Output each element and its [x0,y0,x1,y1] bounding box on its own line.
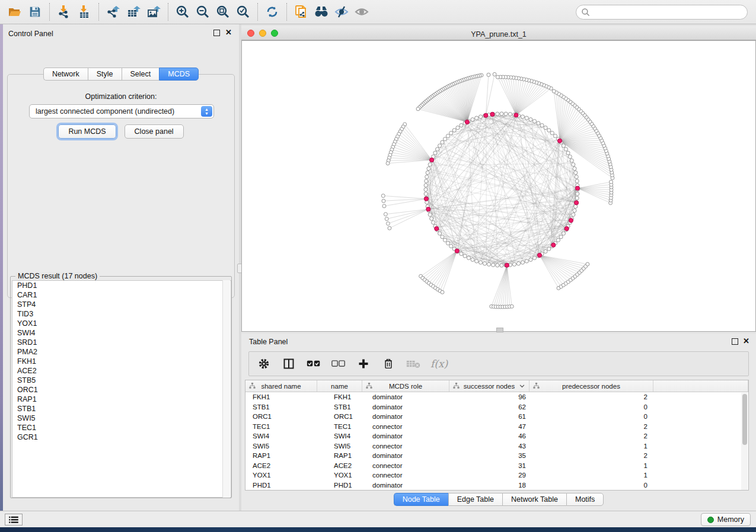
table-row[interactable]: SWI4SWI4dominator462 [245,431,748,441]
mcds-result-item[interactable]: STP4 [12,300,231,309]
cell-shared-name: ACE2 [245,462,317,469]
cell-predecessor-nodes: 0 [529,403,653,411]
mcds-result-item[interactable]: PMA2 [12,347,231,357]
mcds-result-item[interactable]: SWI5 [12,414,231,423]
column-header-name[interactable]: name [317,380,362,392]
cell-mcds-role: connector [362,443,449,450]
open-session-button[interactable] [5,2,25,22]
close-panel-button[interactable]: Close panel [125,124,184,139]
network-search-field[interactable] [576,5,748,20]
table-settings-button[interactable] [256,356,272,371]
cell-successor-nodes: 31 [449,462,529,469]
search-input[interactable] [591,7,747,18]
zoom-fit-button[interactable] [213,2,233,22]
column-header-successor-nodes[interactable]: successor nodes [449,380,529,392]
cell-name: ACE2 [317,462,362,469]
cell-name: PHD1 [317,482,362,489]
float-table-panel-icon[interactable] [732,338,738,345]
memory-button[interactable]: Memory [701,513,751,526]
network-window-titlebar[interactable]: YPA_prune.txt_1 [241,26,756,40]
mcds-result-item[interactable]: ACE2 [12,366,231,376]
tab-network-table[interactable]: Network Table [502,493,566,506]
column-header-shared-name[interactable]: shared name [245,380,317,392]
network-splitter-grip[interactable] [496,328,503,332]
add-column-button[interactable] [356,356,371,371]
table-row[interactable]: TEC1TEC1connector472 [245,422,748,432]
delete-table-button[interactable] [406,356,421,371]
tab-node-table[interactable]: Node Table [394,493,448,506]
hide-selected-button[interactable] [331,2,352,22]
tab-network[interactable]: Network [43,68,88,81]
deselect-all-rows-button[interactable] [331,356,346,371]
mcds-result-item[interactable]: YOX1 [12,319,231,328]
close-table-panel-icon[interactable]: ✕ [743,337,749,345]
float-panel-icon[interactable] [213,30,220,36]
function-builder-button[interactable]: f(x) [430,358,448,370]
unchecked-boxes-icon [331,359,346,368]
mcds-result-item[interactable]: SWI4 [12,328,231,338]
table-row[interactable]: YOX1YOX1connector291 [245,470,748,480]
zoom-in-button[interactable] [173,2,193,22]
close-panel-icon[interactable]: ✕ [225,28,232,37]
zoom-selected-button[interactable] [233,2,253,22]
mcds-result-item[interactable]: TEC1 [12,423,231,432]
cell-shared-name: PHD1 [245,482,317,489]
mcds-result-item[interactable]: CAR1 [12,290,231,300]
mcds-result-item[interactable]: STB1 [12,404,231,414]
mcds-result-item[interactable]: SRD1 [12,338,231,347]
table-row[interactable]: STB1STB1dominator620 [245,402,748,412]
mcds-result-item[interactable]: ORC1 [12,385,231,395]
import-network-button[interactable] [54,2,74,22]
delete-column-button[interactable] [381,356,396,371]
mcds-result-item[interactable]: RAP1 [12,395,231,404]
search-network-button[interactable] [311,2,331,22]
export-image-icon [146,4,161,20]
column-header-predecessor-nodes[interactable]: predecessor nodes [529,380,653,392]
network-window-title: YPA_prune.txt_1 [241,30,756,39]
table-row[interactable]: SWI5SWI5connector431 [245,441,748,451]
show-all-button[interactable] [352,2,372,22]
column-layout-button[interactable] [281,356,296,371]
toolbar-separator [168,3,168,21]
mcds-result-item[interactable]: FKH1 [12,357,231,366]
column-type-icon [366,383,372,389]
mcds-result-list[interactable]: PHD1CAR1STP4TID3YOX1SWI4SRD1PMA2FKH1ACE2… [12,280,231,498]
tab-style[interactable]: Style [88,68,122,81]
criterion-select[interactable]: largest connected component (undirected)… [29,104,214,118]
refresh-layout-button[interactable] [262,2,282,22]
open-folder-icon [8,5,22,19]
mcds-result-item[interactable]: STB5 [12,376,231,385]
tab-motifs[interactable]: Motifs [566,493,604,506]
column-header-MCDS-role[interactable]: MCDS role [362,380,449,392]
tab-edge-table[interactable]: Edge Table [448,493,502,506]
table-scrollbar-thumb[interactable] [742,394,747,445]
export-network-button[interactable] [103,2,123,22]
network-canvas[interactable] [241,40,756,332]
select-all-rows-button[interactable] [306,356,321,371]
cell-successor-nodes: 18 [449,482,529,489]
table-row[interactable]: ACE2ACE2connector311 [245,461,748,471]
task-history-button[interactable] [5,514,23,525]
mcds-list-scrollbar[interactable] [222,280,230,498]
tab-mcds[interactable]: MCDS [159,68,199,81]
select-stepper-icon: ▲▼ [201,106,212,117]
table-row[interactable]: PHD1PHD1dominator180 [245,480,748,491]
run-mcds-button[interactable]: Run MCDS [58,124,116,139]
clone-network-button[interactable] [291,2,311,22]
import-table-button[interactable] [74,2,94,22]
export-image-button[interactable] [143,2,164,22]
table-row[interactable]: ORC1ORC1dominator610 [245,412,748,422]
table-row[interactable]: RAP1RAP1dominator352 [245,451,748,461]
export-network-icon [106,4,121,20]
tab-select[interactable]: Select [122,68,160,81]
mcds-result-item[interactable]: PHD1 [12,281,231,290]
zoom-out-button[interactable] [193,2,213,22]
memory-status-icon [707,517,714,523]
table-row[interactable]: FKH1FKH1dominator962 [245,392,748,402]
mcds-result-item[interactable]: TID3 [12,309,231,319]
save-session-button[interactable] [25,2,45,22]
export-table-button[interactable] [123,2,143,22]
network-graph[interactable] [242,41,755,331]
mcds-result-item[interactable]: GCR1 [12,432,231,442]
table-scrollbar[interactable] [741,393,748,490]
